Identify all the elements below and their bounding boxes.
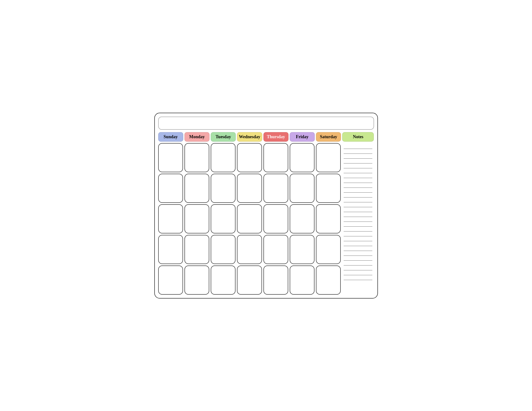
day-cell-r1-c0[interactable] <box>158 174 183 203</box>
notes-line <box>344 145 372 149</box>
day-cell-r3-c4[interactable] <box>264 235 288 264</box>
day-cell-r1-c6[interactable] <box>316 174 341 203</box>
day-cell-r4-c4[interactable] <box>264 265 288 295</box>
day-cell-r1-c2[interactable] <box>211 174 236 203</box>
calendar-outer: SundayMondayTuesdayWednesdayThursdayFrid… <box>154 113 378 299</box>
day-cell-r4-c6[interactable] <box>316 265 341 295</box>
day-cell-r3-c2[interactable] <box>211 235 236 264</box>
notes-line <box>344 213 372 217</box>
day-cell-r0-c3[interactable] <box>237 143 262 172</box>
day-cell-r2-c1[interactable] <box>184 204 209 234</box>
day-cell-r1-c1[interactable] <box>184 174 209 203</box>
day-cell-r2-c2[interactable] <box>211 204 236 234</box>
title-bar[interactable] <box>158 117 374 130</box>
notes-line <box>344 252 372 256</box>
day-cell-r3-c3[interactable] <box>237 235 262 264</box>
notes-line <box>344 188 372 193</box>
day-cell-r2-c4[interactable] <box>264 204 288 234</box>
day-cell-r1-c4[interactable] <box>264 174 288 203</box>
notes-line <box>344 208 372 212</box>
day-cell-r3-c1[interactable] <box>184 235 209 264</box>
header-wednesday: Wednesday <box>237 132 262 142</box>
day-cell-r3-c6[interactable] <box>316 235 341 264</box>
notes-line <box>344 159 372 163</box>
notes-line <box>344 198 372 202</box>
header-monday: Monday <box>184 132 209 142</box>
day-cell-r2-c0[interactable] <box>158 204 183 234</box>
notes-line <box>344 271 372 275</box>
day-cell-r4-c1[interactable] <box>184 265 209 295</box>
notes-line <box>344 217 372 222</box>
day-cell-r0-c1[interactable] <box>184 143 209 172</box>
day-cell-r0-c4[interactable] <box>264 143 288 172</box>
header-sunday: Sunday <box>158 132 183 142</box>
header-saturday: Saturday <box>316 132 341 142</box>
notes-line <box>344 222 372 227</box>
notes-column[interactable] <box>342 143 374 295</box>
notes-line <box>344 237 372 241</box>
notes-line <box>344 232 372 236</box>
notes-line <box>344 261 372 265</box>
notes-line <box>344 169 372 173</box>
notes-line <box>344 266 372 270</box>
day-cell-r0-c2[interactable] <box>211 143 236 172</box>
notes-line <box>344 154 372 159</box>
day-cell-r3-c0[interactable] <box>158 235 183 264</box>
calendar-grid <box>155 143 377 298</box>
notes-line <box>344 174 372 178</box>
day-cell-r4-c2[interactable] <box>211 265 236 295</box>
day-cell-r0-c0[interactable] <box>158 143 183 172</box>
header-row: SundayMondayTuesdayWednesdayThursdayFrid… <box>155 132 377 143</box>
day-cell-r2-c5[interactable] <box>290 204 314 234</box>
notes-line <box>344 178 372 183</box>
notes-line <box>344 164 372 168</box>
notes-line <box>344 193 372 197</box>
notes-line <box>344 247 372 251</box>
day-cell-r1-c3[interactable] <box>237 174 262 203</box>
notes-line <box>344 276 372 280</box>
notes-line <box>344 256 372 261</box>
notes-line <box>344 242 372 246</box>
notes-line <box>344 203 372 207</box>
notes-line <box>344 227 372 232</box>
day-cell-r3-c5[interactable] <box>290 235 314 264</box>
day-cell-r4-c3[interactable] <box>237 265 262 295</box>
notes-line <box>344 183 372 188</box>
day-cell-r2-c3[interactable] <box>237 204 262 234</box>
day-cell-r4-c5[interactable] <box>290 265 314 295</box>
day-cell-r2-c6[interactable] <box>316 204 341 234</box>
header-tuesday: Tuesday <box>211 132 236 142</box>
header-notes: Notes <box>342 132 374 142</box>
day-cell-r0-c5[interactable] <box>290 143 314 172</box>
calendar-wrapper: SundayMondayTuesdayWednesdayThursdayFrid… <box>150 108 383 303</box>
day-cell-r0-c6[interactable] <box>316 143 341 172</box>
header-friday: Friday <box>290 132 315 142</box>
day-cell-r4-c0[interactable] <box>158 265 183 295</box>
notes-line <box>344 149 372 154</box>
header-thursday: Thursday <box>264 132 288 142</box>
day-cell-r1-c5[interactable] <box>290 174 314 203</box>
